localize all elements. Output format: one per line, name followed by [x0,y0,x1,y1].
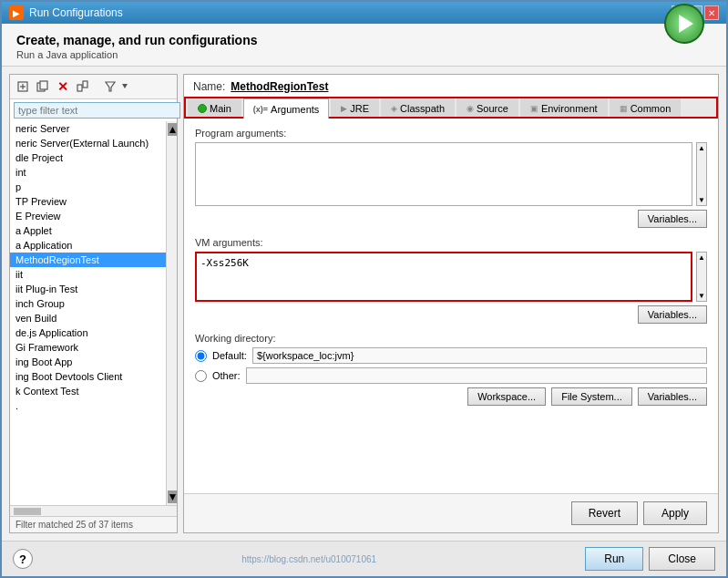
left-toolbar: ✕ [10,75,177,99]
filter-status: Filter matched 25 of 37 items [10,516,177,532]
name-label: Name: [193,80,225,93]
vm-scrollbar-up[interactable]: ▲ [697,253,706,263]
workspace-button[interactable]: Workspace... [467,387,546,406]
tab-arguments[interactable]: (x)= Arguments [243,98,329,119]
list-item[interactable]: iit [10,267,166,282]
revert-button[interactable]: Revert [571,501,638,525]
list-item[interactable]: ing Boot Devtools Client [10,369,166,384]
list-item[interactable]: Gi Framework [10,340,166,355]
dropdown-arrow [121,80,128,93]
page-subtitle: Run a Java application [16,49,712,60]
tab-content: Program arguments: ▲ ▼ Variables... [184,119,718,493]
default-radio-label: Default: [212,350,247,361]
delete-config-button[interactable]: ✕ [54,77,72,96]
list-item[interactable]: iit Plug-in Test [10,282,166,296]
run-triangle [679,15,693,33]
list-item[interactable]: k Context Test [10,384,166,398]
vm-args-label: VM arguments: [195,237,707,248]
jre-icon: ▶ [341,104,347,113]
common-icon: ▦ [620,104,628,113]
list-item-selected[interactable]: MethodRegionTest [10,253,166,267]
horizontal-scrollbar[interactable] [10,505,177,516]
vm-args-section: VM arguments: -Xss256K ▲ ▼ Variables... [195,237,707,324]
left-panel: ✕ neric Server neric Server(External Lau… [9,74,178,533]
filter-button[interactable] [101,77,119,96]
scrollbar-up[interactable]: ▲ [168,123,177,136]
program-variables-button[interactable]: Variables... [638,210,707,228]
tab-common[interactable]: ▦ Common [610,98,682,118]
working-dir-section: Working directory: Default: Other: Works… [195,333,707,406]
search-input[interactable] [14,102,180,119]
tab-jre[interactable]: ▶ JRE [331,98,379,118]
tab-source[interactable]: ◉ Source [456,98,518,118]
list-item[interactable]: a Application [10,238,166,253]
list-item[interactable]: E Preview [10,209,166,223]
title-bar: ▶ Run Configurations ─ □ ✕ [2,2,726,24]
list-item[interactable]: neric Server(External Launch) [10,136,166,150]
list-item[interactable]: inch Group [10,296,166,311]
vm-args-highlight-box: -Xss256K [195,252,692,302]
classpath-icon: ◈ [391,104,397,113]
program-args-input[interactable] [195,142,692,206]
watermark: https://blog.csdn.net/u010071061 [241,554,376,564]
list-item[interactable]: p [10,180,166,194]
scrollbar-down[interactable]: ▼ [168,490,177,503]
list-item[interactable]: a Applet [10,223,166,238]
window-icon: ▶ [9,5,24,20]
page-title: Create, manage, and run configurations [16,33,712,47]
name-row: Name: MethodRegionTest [184,75,718,97]
filesystem-button[interactable]: File System... [551,387,632,406]
list-item[interactable]: de.js Application [10,325,166,340]
bottom-buttons: Revert Apply [184,493,718,532]
svg-rect-6 [83,81,87,88]
tab-main[interactable]: Main [188,98,241,118]
list-item[interactable]: TP Preview [10,194,166,209]
vm-variables-button[interactable]: Variables... [638,305,707,324]
vm-scrollbar-down[interactable]: ▼ [697,291,706,301]
svg-rect-4 [40,81,47,89]
tab-classpath[interactable]: ◈ Classpath [381,98,455,118]
config-name: MethodRegionTest [231,80,328,93]
program-scrollbar-up[interactable]: ▲ [697,143,706,153]
apply-button[interactable]: Apply [643,501,707,525]
list-item[interactable]: . [10,398,166,413]
working-dir-label: Working directory: [195,333,707,344]
config-list: neric Server neric Server(External Launc… [10,121,166,505]
program-scrollbar-down[interactable]: ▼ [697,195,706,205]
default-dir-input[interactable] [252,347,707,364]
close-window-button[interactable]: ✕ [704,5,719,20]
list-item[interactable]: ven Build [10,311,166,325]
environment-icon: ▣ [530,104,538,113]
duplicate-config-button[interactable] [34,77,52,96]
tab-environment[interactable]: ▣ Environment [520,98,608,118]
new-config-button[interactable] [14,77,32,96]
svg-marker-8 [122,84,128,88]
svg-rect-5 [77,85,82,91]
run-icon[interactable] [664,4,704,44]
dialog-bottom: ? https://blog.csdn.net/u010071061 Run C… [2,541,726,576]
list-item[interactable]: neric Server [10,121,166,136]
list-item[interactable]: dle Project [10,150,166,165]
close-button[interactable]: Close [649,547,715,571]
program-args-section: Program arguments: ▲ ▼ Variables... [195,128,707,228]
list-item[interactable]: ing Boot App [10,355,166,369]
default-radio[interactable] [195,350,207,362]
other-dir-input[interactable] [246,367,707,384]
list-item[interactable]: int [10,165,166,180]
right-panel: Name: MethodRegionTest Main (x)= Argumen… [183,74,719,533]
program-args-label: Program arguments: [195,128,707,139]
source-icon: ◉ [467,104,474,113]
tabs-row: Main (x)= Arguments ▶ JRE ◈ Classpath ◉ … [184,97,718,119]
svg-marker-7 [106,82,115,91]
help-button[interactable]: ? [13,549,33,569]
collapse-all-button[interactable] [74,77,92,96]
other-radio-label: Other: [212,370,241,381]
vm-args-value: -Xss256K [200,257,687,269]
run-button[interactable]: Run [585,547,643,571]
other-radio[interactable] [195,370,207,382]
main-icon [198,104,207,113]
wd-variables-button[interactable]: Variables... [638,387,707,406]
window-title: Run Configurations [29,6,123,19]
arguments-icon: (x)= [253,105,268,114]
